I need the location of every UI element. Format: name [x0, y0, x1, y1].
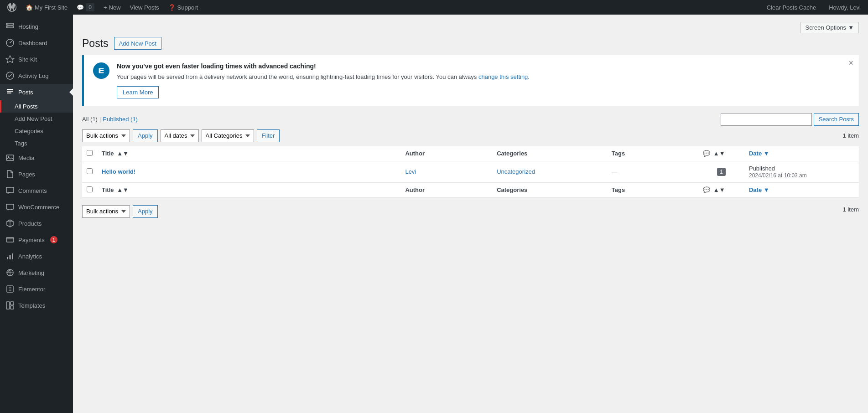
th-checkbox — [82, 146, 97, 161]
notice-change-setting-link[interactable]: change this setting — [478, 73, 528, 80]
th-author: Author — [400, 146, 492, 161]
svg-rect-10 — [7, 257, 8, 259]
comments-item[interactable]: 💬 0 — [73, 0, 98, 15]
filter-button[interactable]: Filter — [257, 129, 280, 142]
sidebar-item-media[interactable]: Media — [0, 150, 73, 166]
th-comments: 💬 ▲▼ — [698, 146, 744, 161]
date-filter-select[interactable]: All dates — [161, 129, 199, 142]
sidebar-item-pages[interactable]: Pages — [0, 166, 73, 182]
sidebar-item-marketing[interactable]: Marketing — [0, 264, 73, 281]
title-sort[interactable]: ▲▼ — [117, 150, 129, 157]
item-count-top: 1 item — [843, 132, 859, 139]
sidebar-item-templates[interactable]: Templates — [0, 297, 73, 314]
search-posts-button[interactable]: Search Posts — [814, 113, 859, 126]
row-checkbox-cell — [82, 161, 97, 182]
post-title-link[interactable]: Hello world! — [102, 168, 135, 175]
tfoot-date-sort-link[interactable]: Date — [749, 186, 762, 193]
notice-elementor-icon — [93, 62, 109, 79]
sidebar-item-elementor[interactable]: Elementor — [0, 281, 73, 297]
new-label: New — [109, 4, 121, 11]
tfoot-comments: 💬 ▲▼ — [698, 182, 744, 197]
sidebar: Hosting Dashboard Site Kit Activity Log … — [0, 15, 73, 413]
submenu-tags[interactable]: Tags — [0, 137, 73, 150]
products-icon — [5, 219, 15, 228]
date-sort-link[interactable]: Date — [749, 150, 762, 157]
learn-more-button[interactable]: Learn More — [117, 86, 159, 98]
clear-cache-btn[interactable]: Clear Posts Cache — [763, 4, 820, 11]
th-tags: Tags — [607, 146, 698, 161]
sidebar-label-media: Media — [18, 155, 34, 161]
bulk-actions-select-bottom[interactable]: Bulk actions — [82, 205, 130, 218]
tfoot-title: Title ▲▼ — [97, 182, 400, 197]
tfoot-tags: Tags — [607, 182, 698, 197]
tfoot-title-sort[interactable]: ▲▼ — [117, 186, 129, 193]
sidebar-item-sitekit[interactable]: Site Kit — [0, 51, 73, 67]
action-bar-top: Bulk actions Apply All dates All Categor… — [82, 129, 859, 142]
sidebar-label-elementor: Elementor — [18, 286, 45, 293]
screen-options-button[interactable]: Screen Options ▼ — [800, 22, 859, 33]
sidebar-item-comments[interactable]: Comments — [0, 182, 73, 199]
row-comments-cell: 1 — [698, 161, 744, 182]
svg-rect-11 — [10, 255, 11, 259]
select-all-checkbox[interactable] — [87, 150, 93, 156]
posts-table: Title ▲▼ Author Categories Tags 💬 ▲▼ — [82, 146, 859, 198]
tfoot-comment-icon: 💬 — [703, 186, 710, 193]
tfoot-date-sort-icon: ▼ — [764, 186, 769, 193]
comments-sort[interactable]: ▲▼ — [713, 150, 725, 157]
svg-rect-7 — [6, 155, 14, 160]
table-row: Hello world! Levi Uncategorized — 1 — [82, 161, 859, 182]
screen-options-label: Screen Options — [806, 24, 847, 31]
bulk-actions-select-top[interactable]: Bulk actions — [82, 129, 130, 142]
filter-published[interactable]: Published (1) — [103, 116, 138, 123]
posts-submenu: All Posts Add New Post Categories Tags — [0, 100, 73, 150]
support-item[interactable]: ❓ Support — [165, 0, 202, 15]
sidebar-item-woocommerce[interactable]: WooCommerce — [0, 199, 73, 215]
search-posts-input[interactable] — [721, 113, 812, 126]
payments-badge: 1 — [50, 236, 57, 243]
row-categories-cell: Uncategorized — [492, 161, 607, 182]
post-category-link[interactable]: Uncategorized — [497, 168, 535, 175]
wp-logo[interactable] — [4, 0, 20, 15]
sidebar-item-analytics[interactable]: Analytics — [0, 248, 73, 264]
server-icon — [5, 22, 15, 31]
home-icon: 🏠 — [26, 4, 33, 11]
activity-icon — [5, 71, 15, 80]
sidebar-item-hosting[interactable]: Hosting — [0, 18, 73, 35]
site-name[interactable]: 🏠 My First Site — [22, 0, 71, 15]
table-header-row: Title ▲▼ Author Categories Tags 💬 ▲▼ — [82, 146, 859, 161]
sidebar-label-dashboard: Dashboard — [18, 40, 47, 46]
add-new-post-button[interactable]: Add New Post — [114, 37, 161, 50]
tfoot-comments-sort[interactable]: ▲▼ — [713, 186, 725, 193]
sidebar-item-payments[interactable]: Payments 1 — [0, 232, 73, 248]
sidebar-label-posts: Posts — [18, 89, 33, 96]
sidebar-item-products[interactable]: Products — [0, 215, 73, 232]
elementor-icon — [5, 284, 15, 294]
svg-rect-15 — [6, 302, 10, 309]
post-author-link[interactable]: Levi — [405, 168, 416, 175]
submenu-add-new-post[interactable]: Add New Post — [0, 113, 73, 125]
new-item[interactable]: + New — [100, 0, 125, 15]
submenu-categories[interactable]: Categories — [0, 125, 73, 137]
sidebar-label-marketing: Marketing — [18, 269, 44, 276]
comments-count: 0 — [86, 3, 94, 11]
sidebar-label-comments: Comments — [18, 187, 47, 194]
comment-count: 1 — [717, 168, 726, 176]
howdy-label[interactable]: Howdy, Levi — [825, 4, 864, 11]
filter-all[interactable]: All (1) — [82, 116, 98, 123]
category-filter-select[interactable]: All Categories — [202, 129, 254, 142]
submenu-all-posts[interactable]: All Posts — [0, 100, 73, 113]
sidebar-item-activity-log[interactable]: Activity Log — [0, 67, 73, 84]
sidebar-label-analytics: Analytics — [18, 253, 42, 260]
tfoot-tags-label: Tags — [612, 186, 625, 193]
apply-button-bottom[interactable]: Apply — [133, 205, 158, 218]
view-posts-item[interactable]: View Posts — [126, 0, 163, 15]
sidebar-item-dashboard[interactable]: Dashboard — [0, 35, 73, 51]
analytics-icon — [5, 252, 15, 261]
row-checkbox[interactable] — [87, 168, 93, 174]
sidebar-item-posts[interactable]: Posts — [0, 84, 73, 100]
svg-point-5 — [10, 42, 10, 43]
notice-close-button[interactable]: × — [848, 59, 853, 67]
select-all-checkbox-footer[interactable] — [87, 186, 93, 192]
notice-content: Now you've got even faster loading times… — [117, 62, 850, 98]
apply-button-top[interactable]: Apply — [133, 129, 158, 142]
